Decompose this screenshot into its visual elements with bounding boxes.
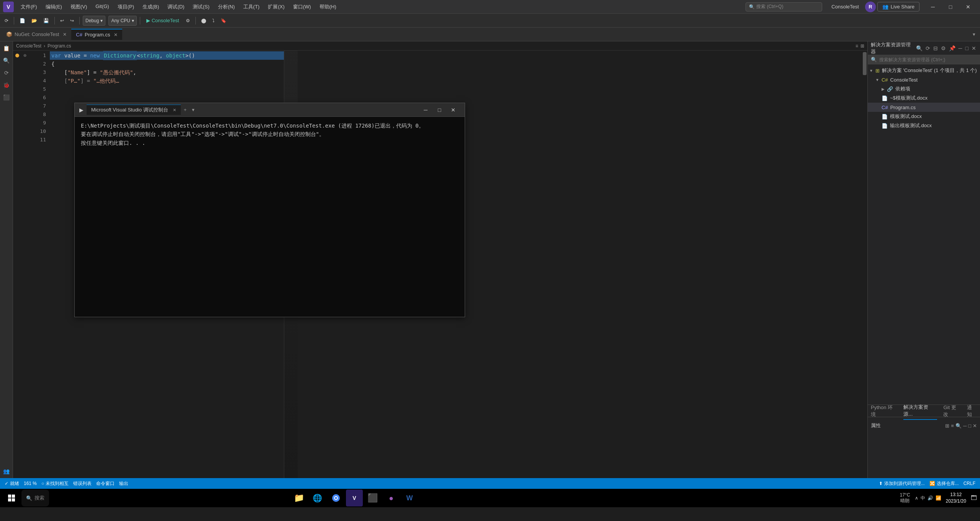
activity-explorer[interactable]: 📋 — [1, 43, 12, 54]
project-expand-icon[interactable]: ▼ — [875, 78, 879, 82]
console-tab-dropdown[interactable]: ▾ — [190, 105, 197, 114]
se-close-icon[interactable]: ✕ — [971, 44, 977, 52]
menu-file[interactable]: 文件(F) — [17, 2, 41, 12]
toolbar-redo[interactable]: ↪ — [68, 17, 76, 25]
se-settings-icon[interactable]: ⚙ — [940, 44, 947, 52]
taskbar-clock[interactable]: 13:12 2023/1/20 — [946, 492, 966, 505]
menu-test[interactable]: 测试(S) — [189, 2, 213, 12]
console-add-tab[interactable]: + — [181, 105, 190, 114]
tree-project[interactable]: ▼ C# ConsoleTest — [868, 75, 980, 84]
status-zoom[interactable]: 161 % — [24, 481, 37, 486]
systray-chevron[interactable]: ∧ — [915, 495, 918, 501]
activity-live-share[interactable]: 👥 — [1, 466, 12, 477]
editor-split-toggle[interactable]: ⊞ — [860, 43, 864, 49]
editor-minimap-toggle[interactable]: ≡ — [855, 43, 858, 49]
close-button[interactable]: ✕ — [959, 0, 977, 14]
toolbar-undo[interactable]: ↩ — [58, 17, 66, 25]
maximize-button[interactable]: □ — [942, 0, 959, 14]
tab-overflow[interactable]: ▾ — [970, 31, 978, 37]
tree-output-template[interactable]: 📄 输出模板测试.docx — [868, 121, 980, 130]
taskbar-file-explorer[interactable]: 📁 — [291, 490, 308, 506]
taskbar-word[interactable]: W — [401, 490, 418, 506]
activity-extensions[interactable]: ⬛ — [1, 92, 12, 103]
menu-project[interactable]: 项目(P) — [114, 2, 138, 12]
taskbar-notification[interactable]: 🗔 — [971, 495, 977, 501]
menu-edit[interactable]: 编辑(E) — [42, 2, 66, 12]
tree-templates-test[interactable]: 📄 ~$模板测试.docx — [868, 93, 980, 103]
taskbar-edge[interactable]: 🌐 — [309, 490, 326, 506]
console-maximize[interactable]: □ — [433, 103, 446, 117]
solution-expand-icon[interactable]: ▼ — [869, 69, 873, 73]
menu-build[interactable]: 生成(B) — [139, 2, 163, 12]
toolbar-breakpoint[interactable]: ⬤ — [199, 17, 208, 25]
tree-template-doc[interactable]: 📄 模板测试.docx — [868, 112, 980, 121]
activity-search[interactable]: 🔍 — [1, 55, 12, 66]
status-add-source[interactable]: ⬆ 添加到源代码管理... — [879, 480, 925, 487]
taskbar-terminal[interactable]: ⬛ — [364, 490, 381, 506]
menu-extensions[interactable]: 扩展(X) — [264, 2, 288, 12]
console-minimize[interactable]: ─ — [419, 103, 433, 117]
systray-network[interactable]: 📶 — [936, 495, 941, 501]
debug-config-dropdown[interactable]: Debug ▾ — [83, 16, 105, 26]
console-tab[interactable]: Microsoft Visual Studio 调试控制台 ✕ — [87, 105, 181, 115]
breadcrumb-file[interactable]: Program.cs — [48, 43, 71, 49]
tree-program[interactable]: C# Program.cs — [868, 103, 980, 112]
se-search-icon[interactable]: 🔍 — [915, 44, 923, 52]
menu-window[interactable]: 窗口(W) — [289, 2, 315, 12]
se-pin-icon[interactable]: 📌 — [948, 44, 956, 52]
minimize-button[interactable]: ─ — [924, 0, 942, 14]
platform-dropdown[interactable]: Any CPU ▾ — [108, 16, 136, 26]
prop-search-icon[interactable]: 🔍 — [955, 423, 962, 429]
menu-tools[interactable]: 工具(T) — [239, 2, 264, 12]
taskbar-start[interactable] — [3, 490, 20, 506]
taskbar-search[interactable]: 🔍 搜索 — [21, 490, 49, 506]
status-line-ending[interactable]: CRLF — [964, 481, 975, 486]
console-tab-close[interactable]: ✕ — [173, 108, 176, 113]
prop-pin-icon[interactable]: ─ — [963, 423, 967, 429]
se-refresh-icon[interactable]: ⟳ — [925, 44, 931, 52]
prop-close-icon[interactable]: ✕ — [973, 423, 977, 429]
taskbar-vs-purple[interactable]: ● — [383, 490, 400, 506]
toolbar-step[interactable]: ⤵ — [210, 17, 217, 25]
se-minimize-icon[interactable]: ─ — [958, 44, 963, 52]
breadcrumb-project[interactable]: ConsoleTest — [16, 43, 41, 49]
fold-1[interactable]: ⊖ — [21, 51, 28, 60]
live-share-button[interactable]: 👥 Live Share — [877, 2, 919, 11]
status-output[interactable]: 输出 — [119, 480, 128, 487]
se-collapse-icon[interactable]: ⊟ — [932, 44, 939, 52]
prop-maximize-icon[interactable]: □ — [968, 423, 971, 429]
console-close[interactable]: ✕ — [446, 103, 460, 117]
editor-scrollbar[interactable] — [862, 51, 867, 478]
taskbar-vs[interactable]: V — [346, 490, 363, 506]
menu-analyze[interactable]: 分析(N) — [214, 2, 239, 12]
menu-debug[interactable]: 调试(D) — [164, 2, 188, 12]
tree-dependencies[interactable]: ▶ 🔗 依赖项 — [868, 84, 980, 93]
status-no-ref[interactable]: ○ 未找到相互 — [41, 480, 69, 487]
activity-debug[interactable]: 🐞 — [1, 80, 12, 90]
status-command[interactable]: 命令窗口 — [96, 480, 115, 487]
se-search-input[interactable] — [879, 57, 977, 62]
prop-list-icon[interactable]: ≡ — [951, 423, 954, 429]
menu-help[interactable]: 帮助(H) — [316, 2, 340, 12]
deps-expand-icon[interactable]: ▶ — [882, 87, 885, 91]
toolbar-save-all[interactable]: 💾 — [41, 17, 51, 25]
account-avatar[interactable]: R — [865, 2, 876, 12]
menu-view[interactable]: 视图(V) — [67, 2, 91, 12]
taskbar-chrome[interactable] — [328, 490, 344, 506]
program-tab-close[interactable]: ✕ — [114, 32, 118, 38]
se-maximize-icon[interactable]: □ — [965, 44, 969, 52]
program-tab[interactable]: C# Program.cs ✕ — [71, 29, 122, 40]
status-errors[interactable]: 错误列表 — [73, 480, 92, 487]
nuget-tab-close[interactable]: ✕ — [63, 32, 67, 37]
toolbar-more[interactable]: ⚙ — [184, 17, 192, 25]
status-select-repo[interactable]: 🔀 选择仓库... — [929, 480, 959, 487]
toolbar-new-file[interactable]: 📄 — [17, 17, 28, 25]
menu-git[interactable]: Git(G) — [92, 2, 113, 12]
toolbar-open[interactable]: 📂 — [29, 17, 39, 25]
toolbar-bookmark[interactable]: 🔖 — [218, 17, 229, 25]
toolbar-git-btn[interactable]: ⟳ — [2, 17, 11, 25]
nuget-tab[interactable]: 📦 NuGet: ConsoleTest ✕ — [2, 29, 71, 39]
run-button[interactable]: ▶ ConsoleTest — [143, 16, 182, 25]
search-box[interactable]: 🔍 搜索 (Ctrl+Q) — [746, 2, 822, 11]
systray-lang[interactable]: 中 — [921, 495, 925, 501]
